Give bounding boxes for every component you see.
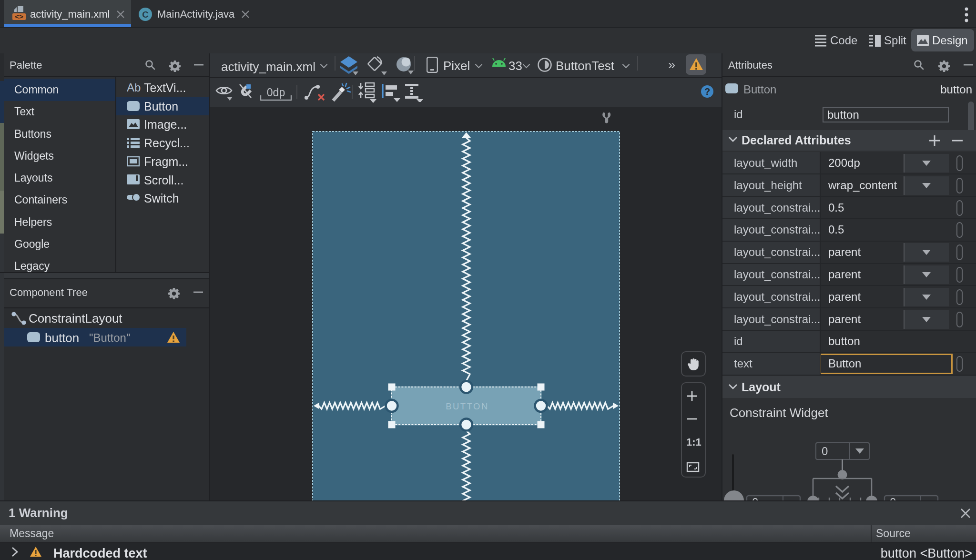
svg-text:Ab: Ab	[127, 82, 141, 94]
svg-text:BUTTON: BUTTON	[446, 401, 489, 411]
svg-text:0dp: 0dp	[267, 86, 285, 99]
svg-text:C: C	[142, 10, 149, 20]
svg-text:?: ?	[704, 86, 710, 97]
svg-text:<>: <>	[15, 12, 23, 20]
